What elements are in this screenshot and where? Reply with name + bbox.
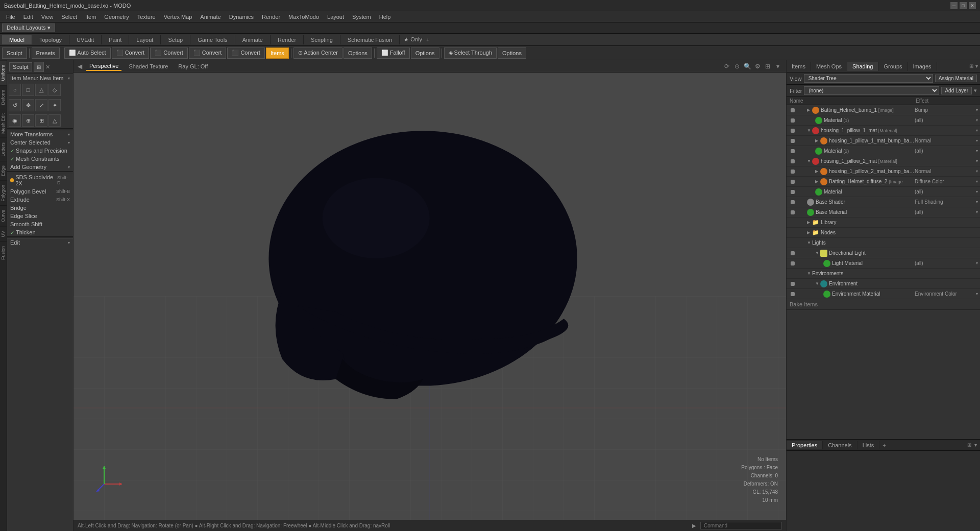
tree-expand-arrow[interactable]: ▼	[807, 128, 812, 133]
items-button[interactable]: Items	[266, 47, 289, 59]
viewport-icon-camera[interactable]: ⊙	[733, 62, 741, 70]
convert1-button[interactable]: ⬛ Convert	[112, 47, 150, 59]
tree-expand-arrow[interactable]: ▶	[815, 179, 820, 184]
tool-icon-triangle[interactable]: △	[35, 84, 47, 96]
center-selected-row[interactable]: Center Selected ▾	[7, 138, 73, 147]
tab-animate[interactable]: Animate	[235, 35, 271, 44]
tree-row[interactable]: Environment Material Environment Color ▾	[787, 289, 980, 299]
tree-vis[interactable]	[789, 200, 797, 204]
presets-button[interactable]: ⊞	[34, 62, 44, 72]
select-through-button[interactable]: ◈ Select Through	[444, 47, 497, 59]
viewport-icon-settings[interactable]: ⚙	[753, 62, 762, 70]
tree-expand-arrow[interactable]: ▼	[807, 271, 812, 276]
menu-item-file[interactable]: File	[2, 13, 19, 21]
thicken-row[interactable]: ✓ Thicken	[7, 228, 73, 236]
tree-expand-arrow[interactable]: ▼	[807, 240, 812, 245]
viewport-icon-expand[interactable]: ⊞	[764, 62, 772, 70]
tree-vis[interactable]	[789, 292, 797, 296]
tool-icon-up[interactable]: △	[48, 114, 61, 127]
item-menu-row[interactable]: Item Menu: New Item ▾	[7, 74, 73, 82]
command-input[interactable]	[700, 522, 782, 529]
tree-row[interactable]: ▶ 📁 Nodes	[787, 228, 980, 238]
tree-expand-arrow[interactable]: ▼	[815, 251, 820, 255]
tool-icon-diamond[interactable]: ◇	[48, 84, 61, 96]
tree-vis[interactable]	[789, 159, 797, 163]
tree-vis[interactable]	[789, 139, 797, 143]
options1-button[interactable]: Options	[344, 47, 372, 59]
tab-topology[interactable]: Topology	[32, 35, 69, 44]
menu-item-system[interactable]: System	[348, 13, 375, 21]
tree-vis[interactable]	[789, 180, 797, 184]
options3-button[interactable]: Options	[498, 47, 526, 59]
menu-item-maxtomodo[interactable]: MaxToModo	[284, 13, 323, 21]
viewport-icon-refresh[interactable]: ⟳	[723, 62, 731, 70]
close-button[interactable]: ✕	[969, 2, 976, 9]
edit-row[interactable]: Edit ▾	[7, 238, 73, 247]
bridge-row[interactable]: Bridge	[7, 204, 73, 212]
menu-item-texture[interactable]: Texture	[133, 13, 160, 21]
viewport-icon-zoom-in[interactable]: 🔍	[743, 62, 751, 70]
tool-icon-plus[interactable]: ⊕	[22, 114, 34, 127]
edge-slice-row[interactable]: Edge Slice	[7, 212, 73, 220]
menu-item-render[interactable]: Render	[258, 13, 284, 21]
tab-scripting[interactable]: Scripting	[304, 35, 340, 44]
prop-options-icon[interactable]: ▾	[973, 441, 978, 449]
tree-row[interactable]: ▼ Environments	[787, 269, 980, 279]
tool-icon-scale[interactable]: ⤢	[35, 99, 47, 111]
filter-options-icon[interactable]: ▾	[974, 87, 977, 94]
menu-item-help[interactable]: Help	[375, 13, 395, 21]
left-vert-tab-deform[interactable]: Deform	[0, 85, 7, 109]
tree-expand-arrow[interactable]: ▼	[807, 159, 812, 163]
sculpt-tool-button[interactable]: Sculpt	[2, 47, 27, 59]
tree-vis[interactable]	[789, 261, 797, 266]
options2-button[interactable]: Options	[411, 47, 439, 59]
tab-model[interactable]: Model	[2, 35, 32, 44]
viewport-tab-shaded[interactable]: Shaded Texture	[126, 62, 171, 70]
prop-tab-properties[interactable]: Properties	[787, 441, 823, 449]
tree-vis[interactable]	[789, 149, 797, 153]
menu-item-layout[interactable]: Layout	[323, 13, 348, 21]
add-geometry-row[interactable]: Add Geometry ▾	[7, 163, 73, 171]
tree-vis[interactable]	[789, 190, 797, 194]
right-panel-expand-icon[interactable]: ⊞	[969, 63, 973, 69]
left-vert-tab-fusion[interactable]: Fusion	[0, 242, 7, 264]
smooth-shift-row[interactable]: Smooth Shift	[7, 220, 73, 228]
tool-icon-star[interactable]: ✦	[48, 99, 61, 111]
tree-row[interactable]: ▶ 📁 Library	[787, 218, 980, 228]
add-layer-button[interactable]: Add Layer	[941, 87, 972, 94]
convert4-button[interactable]: ⬛ Convert	[227, 47, 265, 59]
right-tab-groups[interactable]: Groups	[878, 62, 908, 71]
viewport-tab-raygl[interactable]: Ray GL: Off	[175, 62, 211, 70]
left-vert-tab-letters[interactable]: Letters	[0, 138, 7, 161]
menu-item-geometry[interactable]: Geometry	[100, 13, 133, 21]
tree-row[interactable]: ▶ housing_1_pillow_1_mat_bump_baked [Ima…	[787, 136, 980, 146]
tab-plus-button[interactable]: +	[422, 35, 433, 44]
tool-icon-ring[interactable]: ◉	[9, 114, 21, 127]
tree-vis[interactable]	[789, 170, 797, 174]
tree-row[interactable]: ▶ Batting_Helmet_bamp_1 [Image] Bump ▾	[787, 105, 980, 115]
tree-row[interactable]: Material (1) (all) ▾	[787, 115, 980, 126]
tree-row[interactable]: Base Shader Full Shading ▾	[787, 197, 980, 207]
menu-item-dynamics[interactable]: Dynamics	[225, 13, 258, 21]
viewport-icon-more[interactable]: ▾	[774, 62, 782, 70]
tab-render[interactable]: Render	[271, 35, 304, 44]
tab-layout[interactable]: Layout	[129, 35, 161, 44]
tree-vis[interactable]	[789, 282, 797, 286]
tree-vis[interactable]	[789, 210, 797, 214]
minimize-button[interactable]: ─	[950, 2, 958, 9]
tree-vis[interactable]	[789, 118, 797, 123]
assign-material-button[interactable]: Assign Material	[935, 75, 977, 82]
tool-icon-rotate[interactable]: ↺	[9, 99, 21, 111]
filter-select[interactable]: (none)	[804, 86, 939, 95]
tool-icon-square[interactable]: □	[22, 84, 34, 96]
tree-row[interactable]: ▼ housing_1_pillow_1_mat [Material] ▾	[787, 126, 980, 136]
tree-row[interactable]: Base Material (all) ▾	[787, 207, 980, 218]
tree-row[interactable]: Material (2) (all) ▾	[787, 146, 980, 156]
tab-setup[interactable]: Setup	[161, 35, 190, 44]
tab-schematic-fusion[interactable]: Schematic Fusion	[340, 35, 400, 44]
tree-row[interactable]: ▶ Batting_Helmet_diffuse_2 [Image Diffus…	[787, 177, 980, 187]
prop-tab-channels[interactable]: Channels	[823, 441, 857, 449]
menu-item-edit[interactable]: Edit	[19, 13, 37, 21]
tree-vis[interactable]	[789, 251, 797, 255]
menu-item-animate[interactable]: Animate	[196, 13, 225, 21]
